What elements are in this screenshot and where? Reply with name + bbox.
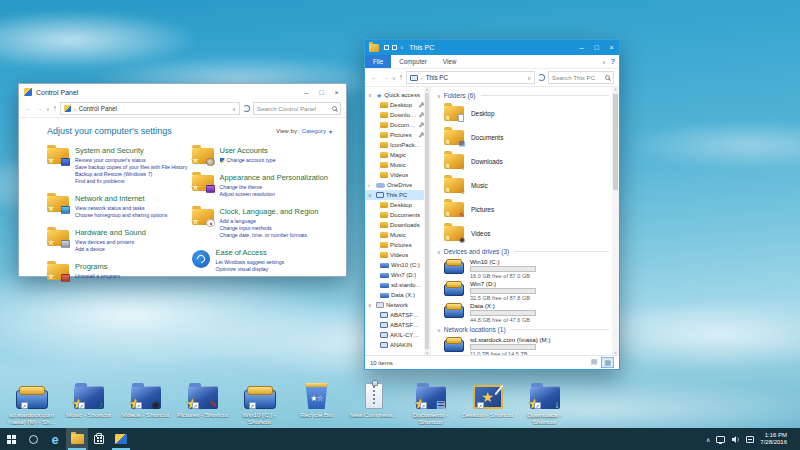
tree-item[interactable]: Music [365, 160, 430, 170]
view-by-dropdown[interactable]: Category [302, 128, 326, 134]
task-link[interactable]: Add a device [75, 246, 146, 253]
folder-item-documents[interactable]: ★▤ Documents [437, 125, 609, 149]
tree-item[interactable]: sd.stardock.com [365, 280, 430, 290]
tree-item[interactable]: Data (X:) [365, 290, 430, 300]
edge-taskbar-button[interactable]: e [44, 428, 66, 450]
tree-item[interactable]: Pictures [365, 240, 430, 250]
close-button[interactable]: × [329, 85, 344, 99]
refresh-button[interactable] [243, 105, 250, 112]
tree-item[interactable]: ABATSFORD-TES [365, 320, 430, 330]
qat-properties-icon[interactable] [384, 45, 389, 50]
minimize-ribbon-icon[interactable]: ∨ [602, 59, 606, 65]
close-button[interactable]: × [604, 40, 619, 55]
tab-view[interactable]: View [435, 55, 465, 68]
tree-item-network[interactable]: ∨Network [365, 300, 430, 310]
up-button[interactable]: ↑ [53, 105, 57, 113]
task-link[interactable]: Adjust screen resolution [220, 191, 328, 198]
collapse-chevron-icon[interactable]: ∨ [437, 327, 441, 333]
tree-item[interactable]: Desktop [365, 200, 430, 210]
qat-customize-dropdown[interactable]: ∨ [400, 45, 403, 50]
address-dropdown-icon[interactable]: ∨ [527, 75, 531, 81]
task-link[interactable]: Optimize visual display [216, 266, 285, 273]
search-input[interactable]: Search This PC [548, 71, 614, 84]
task-link[interactable]: View devices and printers [75, 239, 146, 246]
category-link[interactable]: User Accounts [220, 146, 276, 155]
tree-item[interactable]: ABATSFORD-MA [365, 310, 430, 320]
task-link[interactable]: Add a language [220, 218, 319, 225]
start-button[interactable] [0, 428, 22, 450]
details-view-icon[interactable]: ▤ [589, 357, 600, 368]
breadcrumb[interactable]: This PC [426, 74, 448, 81]
help-icon[interactable]: ? [611, 58, 615, 65]
recent-locations-dropdown[interactable]: ∨ [392, 75, 396, 81]
forward-button[interactable]: → [381, 74, 389, 82]
control-panel-taskbar-button[interactable] [110, 428, 132, 450]
refresh-button[interactable] [538, 74, 545, 81]
task-link[interactable]: Change the theme [220, 184, 328, 191]
tree-item-onedrive[interactable]: ›OneDrive [365, 180, 430, 190]
minimize-button[interactable]: – [574, 40, 589, 55]
task-link[interactable]: Choose homegroup and sharing options [75, 212, 167, 219]
category-link[interactable]: Hardware and Sound [75, 228, 146, 237]
desktop-icon-downloads-shortcut[interactable]: ★↓↗ Downloads - Shortcut [516, 379, 573, 425]
tab-file[interactable]: File [365, 55, 391, 68]
up-button[interactable]: ↑ [399, 74, 403, 82]
back-button[interactable]: ← [24, 105, 32, 113]
hidden-icons-chevron[interactable]: ∧ [706, 436, 710, 443]
category-link[interactable]: Ease of Access [216, 248, 285, 257]
back-button[interactable]: ← [370, 74, 378, 82]
category-link[interactable]: System and Security [75, 146, 187, 155]
desktop-icon-music-shortcut[interactable]: ★♪↗ Music - Shortcut [60, 379, 117, 425]
store-taskbar-button[interactable] [88, 428, 110, 450]
tree-item[interactable]: Documents [365, 210, 430, 220]
network-location-item[interactable]: sd.stardock.com (\\nasa) (M:) 11.0 TB fr… [437, 335, 609, 355]
minimize-button[interactable]: – [299, 85, 314, 99]
address-bar[interactable]: › This PC ∨ [406, 71, 535, 84]
task-link[interactable]: Review your computer's status [75, 157, 187, 164]
category-link[interactable]: Network and Internet [75, 194, 167, 203]
tree-item[interactable]: Videos [365, 250, 430, 260]
tree-item[interactable]: Downloads [365, 110, 430, 120]
search-input[interactable]: Search Control Panel [253, 102, 341, 115]
large-icons-view-icon[interactable]: ▦ [601, 357, 614, 368]
folder-item-music[interactable]: ★♪ Music [437, 173, 609, 197]
breadcrumb[interactable]: Control Panel [79, 105, 117, 112]
tree-item[interactable]: Documents [365, 120, 430, 130]
category-link[interactable]: Programs [75, 262, 120, 271]
task-link[interactable]: Change input methods [220, 225, 319, 232]
address-bar[interactable]: › Control Panel ∨ [60, 102, 240, 115]
task-link[interactable]: Change account type [220, 157, 276, 164]
category-link[interactable]: Appearance and Personalization [220, 173, 328, 182]
action-center-icon[interactable] [746, 436, 754, 443]
tree-item[interactable]: Desktop [365, 100, 430, 110]
desktop-icon-recycle-bin[interactable]: ★☆ Recycle Bin [288, 379, 345, 425]
tree-item[interactable]: Win7 (D:) [365, 270, 430, 280]
category-link[interactable]: Clock, Language, and Region [220, 207, 319, 216]
task-link[interactable]: View network status and tasks [75, 205, 167, 212]
tree-item[interactable]: Videos [365, 170, 430, 180]
task-link[interactable]: Find and fix problems [75, 178, 187, 185]
maximize-button[interactable]: □ [314, 85, 329, 99]
group-header-folders[interactable]: ∨ Folders (6) [437, 92, 609, 99]
tree-item[interactable]: AKIL-CYBER [365, 330, 430, 340]
group-header-drives[interactable]: ∨ Devices and drives (3) [437, 248, 609, 255]
desktop-icon-pictures-shortcut[interactable]: ★✎↗ Pictures - Shortcut [174, 379, 231, 425]
task-link[interactable]: Change date, time, or number formats [220, 232, 319, 239]
task-link[interactable]: Backup and Restore (Windows 7) [75, 171, 187, 178]
file-explorer-taskbar-button[interactable] [66, 428, 88, 450]
tree-item[interactable]: IconPackages [365, 140, 430, 150]
cortana-button[interactable] [22, 428, 44, 450]
network-tray-icon[interactable] [716, 436, 725, 443]
recent-locations-dropdown[interactable]: ∨ [46, 106, 50, 112]
drive-item-win10[interactable]: Win10 (C:) 16.0 GB free of 87.0 GB [437, 257, 609, 279]
collapse-chevron-icon[interactable]: ∨ [437, 249, 441, 255]
collapse-chevron-icon[interactable]: ∨ [437, 93, 441, 99]
folder-item-videos[interactable]: ★◉ Videos [437, 221, 609, 245]
task-link[interactable]: Uninstall a program [75, 273, 120, 280]
desktop-icon-network-drive-shortcut[interactable]: ↗ sd.stardock.com (nasa) (M) - Sh... [3, 379, 60, 425]
tree-item-this-pc[interactable]: ∨This PC [365, 190, 430, 200]
folder-item-pictures[interactable]: ★✎ Pictures [437, 197, 609, 221]
desktop-icon-new-compressed[interactable]: New Compress... [345, 379, 402, 425]
explorer-titlebar[interactable]: ∨ This PC – □ × [365, 40, 619, 55]
taskbar-clock[interactable]: 1:16 PM 7/28/2016 [760, 432, 787, 446]
